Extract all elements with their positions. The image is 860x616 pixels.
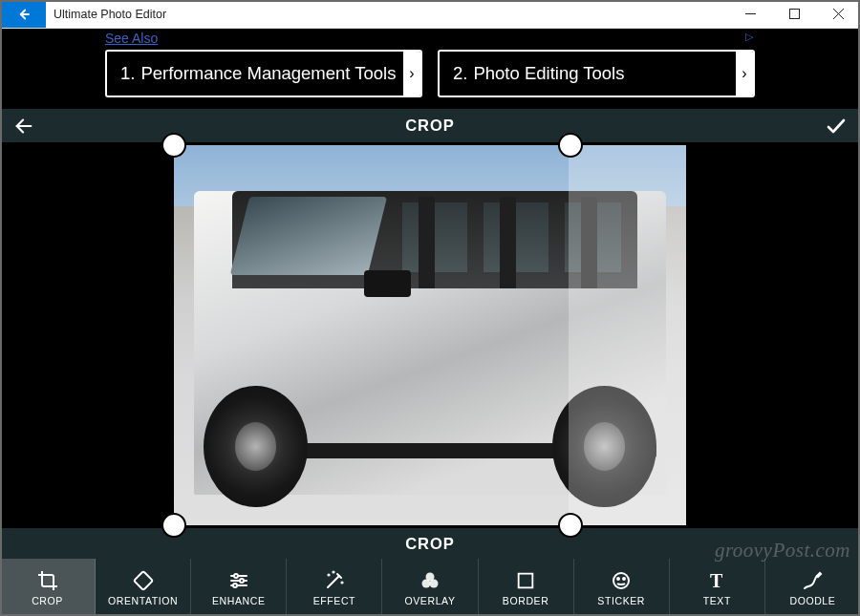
enhance-icon bbox=[227, 568, 250, 593]
crop-mode-bar[interactable]: CROP bbox=[0, 528, 860, 559]
tool-label: EFFECT bbox=[313, 595, 355, 606]
tool-label: ORENTATION bbox=[108, 595, 178, 606]
ad-label: Photo Editing Tools bbox=[473, 63, 624, 84]
tool-text[interactable]: T TEXT bbox=[670, 559, 765, 616]
tool-sticker[interactable]: STICKER bbox=[574, 559, 670, 616]
sticker-icon bbox=[610, 568, 633, 593]
crop-handle-top-right[interactable] bbox=[558, 133, 583, 158]
minimize-button[interactable] bbox=[728, 0, 772, 28]
crop-confirm-button[interactable] bbox=[812, 109, 860, 142]
chevron-right-icon: › bbox=[736, 52, 753, 96]
tool-orientation[interactable]: ORENTATION bbox=[96, 559, 191, 616]
window-titlebar: Ultimate Photo Editor bbox=[0, 0, 860, 29]
bottom-toolbar: CROP ORENTATION ENHANCE EFFECT OVERLAY B… bbox=[0, 559, 860, 616]
svg-point-14 bbox=[341, 582, 342, 583]
ad-card-2[interactable]: 2. Photo Editing Tools › bbox=[438, 50, 755, 97]
crop-handle-top-left[interactable] bbox=[161, 133, 186, 158]
svg-point-11 bbox=[240, 579, 244, 583]
tool-overlay[interactable]: OVERLAY bbox=[382, 559, 478, 616]
tool-border[interactable]: BORDER bbox=[479, 559, 574, 616]
svg-point-13 bbox=[328, 574, 329, 575]
overlay-icon bbox=[419, 568, 441, 593]
tool-label: TEXT bbox=[703, 595, 731, 606]
back-button[interactable] bbox=[0, 0, 46, 28]
svg-point-22 bbox=[623, 578, 625, 580]
crop-cancel-button[interactable] bbox=[0, 109, 48, 142]
tool-label: DOODLE bbox=[789, 595, 835, 606]
crop-handle-bottom-right[interactable] bbox=[558, 513, 583, 538]
see-also-link[interactable]: See Also bbox=[105, 29, 755, 50]
svg-point-18 bbox=[429, 580, 438, 588]
window-controls bbox=[728, 0, 860, 28]
crop-title: CROP bbox=[0, 117, 860, 135]
orientation-icon bbox=[132, 568, 155, 593]
border-icon bbox=[515, 568, 536, 593]
svg-point-10 bbox=[234, 574, 238, 578]
svg-rect-2 bbox=[789, 10, 799, 19]
crop-icon bbox=[36, 568, 59, 593]
svg-text:T: T bbox=[710, 570, 723, 591]
tool-label: STICKER bbox=[597, 595, 645, 606]
tool-doodle[interactable]: DOODLE bbox=[765, 559, 860, 616]
effect-icon bbox=[323, 568, 346, 593]
maximize-button[interactable] bbox=[772, 0, 816, 28]
photo-preview bbox=[174, 145, 686, 525]
ad-area: See Also ▷ 1. Performance Management Too… bbox=[0, 29, 860, 109]
ad-card-1[interactable]: 1. Performance Management Tools › bbox=[105, 50, 422, 97]
svg-point-20 bbox=[613, 573, 629, 588]
crop-excluded-region bbox=[569, 145, 686, 525]
tool-crop[interactable]: CROP bbox=[0, 559, 96, 616]
doodle-icon bbox=[801, 568, 824, 593]
tool-label: OVERLAY bbox=[404, 595, 455, 606]
crop-handle-bottom-left[interactable] bbox=[161, 513, 186, 538]
svg-rect-19 bbox=[519, 574, 533, 588]
window-title: Ultimate Photo Editor bbox=[46, 0, 728, 28]
svg-rect-1 bbox=[745, 13, 756, 14]
tool-effect[interactable]: EFFECT bbox=[287, 559, 382, 616]
chevron-right-icon: › bbox=[403, 52, 420, 96]
text-icon: T bbox=[705, 568, 728, 593]
ad-number: 1. bbox=[107, 63, 140, 84]
svg-rect-6 bbox=[134, 571, 153, 590]
tool-label: CROP bbox=[32, 595, 63, 606]
crop-frame[interactable] bbox=[174, 145, 686, 525]
tool-label: BORDER bbox=[503, 595, 549, 606]
crop-mode-label: CROP bbox=[405, 535, 455, 553]
ad-info-icon[interactable]: ▷ bbox=[745, 31, 753, 43]
ad-label: Performance Management Tools bbox=[140, 63, 396, 84]
svg-point-12 bbox=[233, 584, 237, 587]
ad-number: 2. bbox=[440, 63, 473, 84]
crop-header-bar: CROP bbox=[0, 109, 860, 142]
svg-point-17 bbox=[421, 580, 430, 588]
close-button[interactable] bbox=[816, 0, 860, 28]
canvas-area bbox=[0, 142, 860, 528]
tool-enhance[interactable]: ENHANCE bbox=[191, 559, 287, 616]
svg-point-21 bbox=[617, 578, 619, 580]
svg-point-15 bbox=[333, 571, 333, 572]
tool-label: ENHANCE bbox=[212, 595, 266, 606]
